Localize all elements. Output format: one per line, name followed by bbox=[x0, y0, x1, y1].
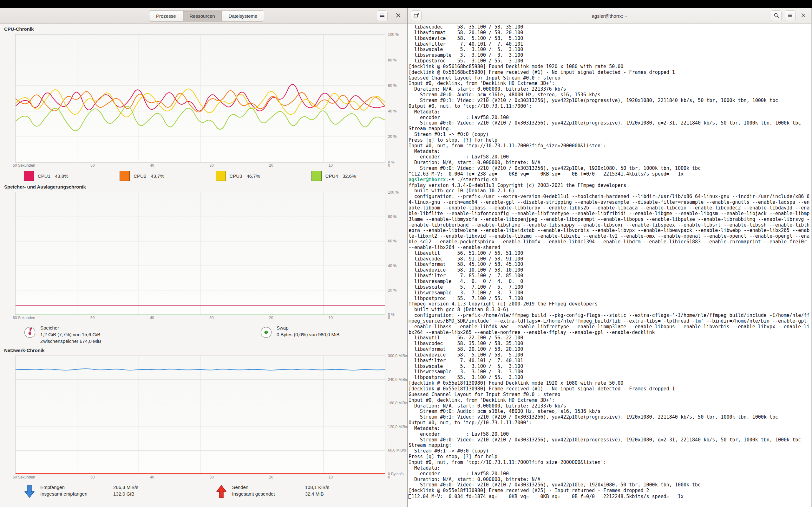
memory-history-chart bbox=[15, 192, 386, 315]
terminal-line: libavresample 4. 0. 0 / 4. 0. 0 bbox=[409, 279, 811, 285]
menu-button[interactable] bbox=[377, 10, 388, 21]
axis-tick-label: 60 Sekunden bbox=[13, 163, 35, 168]
terminal-line: Press [q] to stop, [?] for help bbox=[409, 454, 811, 460]
axis-tick-label: 50 bbox=[90, 163, 95, 168]
swap-label: Swap bbox=[276, 325, 339, 331]
download-arrow-icon bbox=[24, 485, 35, 500]
terminal-line: libpostproc 55. 3.100 / 55. 3.100 bbox=[409, 58, 811, 64]
terminal-line: Stream #0:1: Video: v210 (V210 / 0x30313… bbox=[409, 414, 811, 420]
terminal-line: libavdevice 58. 5.100 / 58. 5.100 bbox=[409, 36, 811, 42]
terminal-line: Metadata: bbox=[409, 465, 811, 471]
terminal-line: Stream mapping: bbox=[409, 443, 811, 448]
send-rate: 108,1 KiB/s bbox=[305, 484, 329, 491]
network-receive-item[interactable]: Empfangen 266,3 MiB/s Insgesamt empfange… bbox=[24, 484, 216, 500]
terminal-line: libavcodec 58. 91.100 / 58. 91.100 bbox=[409, 257, 811, 262]
network-y-axis: 300,0 MiB/s240,0 MiB/s180,0 MiB/s120,0 M… bbox=[388, 354, 408, 476]
axis-tick-label: 60 Sekunden bbox=[13, 316, 35, 320]
terminal-line: Duration: N/A, start: 0.000000, bitrate:… bbox=[409, 477, 811, 483]
terminal-cursor bbox=[409, 494, 411, 499]
terminal-line: [decklink @ 0x55e18f130980] Frame receiv… bbox=[409, 488, 811, 494]
system-monitor-headerbar: Prozesse Ressourcen Dateisysteme bbox=[0, 8, 407, 24]
terminal-line: libswscale 5. 3.100 / 5. 3.100 bbox=[409, 47, 811, 53]
terminal-line: libavutil 56. 22.100 / 56. 22.100 bbox=[409, 335, 811, 341]
terminal-line: [decklink @ 0x56168bc85980] Frame receiv… bbox=[409, 70, 811, 75]
axis-tick-label: 40 % bbox=[388, 264, 399, 268]
cpu3-legend-item[interactable]: CPU346,7% bbox=[216, 171, 311, 181]
terminal-line: Guessed Channel Layout for Input Stream … bbox=[409, 75, 811, 81]
hamburger-menu-icon bbox=[788, 13, 793, 19]
memory-usage-value: 1,2 GiB (7,7%) von 15,6 GiB bbox=[40, 331, 101, 338]
terminal-line: built with gcc 10 (Debian 10.2.1-6) bbox=[409, 188, 811, 194]
cpu1-value: 43,8% bbox=[55, 173, 68, 179]
cpu4-color-swatch bbox=[311, 171, 322, 181]
terminal-line: Output #0, nut, to 'tcp://10.73.1.11:700… bbox=[409, 104, 811, 109]
cpu4-value: 32,6% bbox=[343, 173, 356, 179]
send-total-label: Insgesamt gesendet bbox=[232, 491, 302, 497]
terminal-line: libavutil 56. 51.100 / 56. 51.100 bbox=[409, 250, 811, 257]
tab-ressourcen[interactable]: Ressourcen bbox=[183, 11, 222, 21]
cpu1-color-swatch bbox=[24, 171, 34, 181]
terminal-line: Input #0, nut, from 'tcp://10.73.1.11:70… bbox=[409, 143, 811, 149]
cpu3-value: 46,7% bbox=[247, 173, 260, 179]
terminal-line: 3lame --enable-libmysofa --enable-libope… bbox=[409, 217, 811, 222]
axis-tick-label: 20 bbox=[269, 475, 273, 480]
terminal-line: libswresample 3. 3.100 / 3. 3.100 bbox=[409, 369, 811, 375]
terminal-line: configuration: --prefix=/usr --extra-ver… bbox=[409, 194, 811, 200]
terminal-line: 112.04 M-V: 0.034 fd=1874 aq= 0KB vq= 0K… bbox=[409, 494, 811, 500]
axis-tick-label: 80 % bbox=[388, 215, 399, 219]
memory-legend: Speicher 1,2 GiB (7,7%) von 15,6 GiB Zwi… bbox=[24, 325, 407, 344]
new-tab-button[interactable] bbox=[411, 10, 421, 21]
receive-total-label: Insgesamt empfangen bbox=[40, 491, 110, 497]
receive-label: Empfangen bbox=[40, 484, 110, 491]
search-button[interactable] bbox=[771, 10, 781, 21]
cpu2-color-swatch bbox=[119, 171, 130, 181]
axis-tick-label: 20 % bbox=[388, 288, 399, 292]
terminal-line: Stream mapping: bbox=[409, 126, 811, 132]
axis-tick-label: 0 Bytes/s bbox=[388, 472, 408, 476]
terminal-line: 4-linux-gnu --arch=amd64 --enable-gpl --… bbox=[409, 200, 811, 205]
axis-tick-label: 0 % bbox=[388, 313, 399, 317]
swap-legend-item[interactable]: Swap 0 Bytes (0,0%) von 980,0 MiB bbox=[260, 325, 339, 344]
terminal-line: Output #0, nut, to 'tcp://10.73.1.11:700… bbox=[409, 420, 811, 426]
terminal-line: libswresample 3. 7.100 / 3. 7.100 bbox=[409, 290, 811, 296]
terminal-line: ^C12.63 M-V: 0.004 fd= 238 aq= 0KB vq= 0… bbox=[409, 171, 811, 177]
memory-legend-item[interactable]: Speicher 1,2 GiB (7,7%) von 15,6 GiB Zwi… bbox=[24, 325, 260, 344]
terminal-line: --enable-libx264 --enable-shared bbox=[409, 245, 811, 250]
cpu1-label: CPU1 bbox=[38, 173, 50, 179]
terminal-line: Duration: N/A, start: 0.000000, bitrate:… bbox=[409, 160, 811, 166]
axis-tick-label: 40 bbox=[150, 163, 154, 168]
close-window-button[interactable] bbox=[393, 11, 403, 20]
tab-dateisysteme[interactable]: Dateisysteme bbox=[222, 11, 264, 21]
terminal-menu-button[interactable] bbox=[785, 10, 796, 21]
cpu1-legend-item[interactable]: CPU143,8% bbox=[24, 171, 119, 181]
send-label: Senden bbox=[232, 484, 302, 491]
cpu3-color-swatch bbox=[216, 171, 226, 181]
terminal-output[interactable]: libavcodec 58. 35.100 / 58. 35.100 libav… bbox=[408, 24, 811, 507]
network-x-axis: 60 Sekunden50403020100 bbox=[13, 475, 390, 480]
terminal-line: -enable-librubberband --enable-libshine … bbox=[409, 222, 811, 228]
axis-tick-label: 300,0 MiB/s bbox=[388, 354, 408, 358]
axis-tick-label: 30 bbox=[209, 163, 213, 168]
terminal-line: Metadata: bbox=[409, 149, 811, 155]
memory-cache-value: Zwischenspeicher 674,0 MiB bbox=[40, 338, 101, 344]
terminal-line: Press [q] to stop, [?] for help bbox=[409, 137, 811, 143]
terminal-line: encoder : Lavf58.20.100 bbox=[409, 115, 811, 121]
network-send-item[interactable]: Senden 108,1 KiB/s Insgesamt gesendet 32… bbox=[216, 484, 408, 500]
swap-pie-icon bbox=[260, 326, 272, 340]
terminal-line: Guessed Channel Layout for Input Stream … bbox=[409, 392, 811, 398]
terminal-close-button[interactable] bbox=[799, 11, 808, 20]
tab-prozesse[interactable]: Prozesse bbox=[149, 11, 183, 21]
terminal-line: Stream #0:1: Video: v210 (V210 / 0x30313… bbox=[409, 98, 811, 104]
terminal-line: encoder : Lavf58.20.100 bbox=[409, 154, 811, 160]
hamburger-menu-icon bbox=[380, 13, 385, 19]
axis-tick-label: 40 bbox=[150, 475, 154, 480]
cpu-x-axis: 60 Sekunden50403020100 bbox=[13, 163, 390, 168]
cpu2-legend-item[interactable]: CPU243,7% bbox=[119, 171, 215, 181]
cpu4-legend-item[interactable]: CPU432,6% bbox=[311, 171, 407, 181]
terminal-line: libavfilter 7. 40.101 / 7. 40.101 bbox=[409, 42, 811, 47]
axis-tick-label: 40 % bbox=[388, 109, 399, 113]
terminal-line: ble-sdl2 --enable-pocketsphinx --enable-… bbox=[409, 239, 811, 245]
terminal-line: ffplay version 4.3.4-0+deb11u1 Copyright… bbox=[409, 183, 811, 188]
close-icon bbox=[396, 13, 401, 19]
view-tabs: Prozesse Ressourcen Dateisysteme bbox=[149, 10, 264, 21]
